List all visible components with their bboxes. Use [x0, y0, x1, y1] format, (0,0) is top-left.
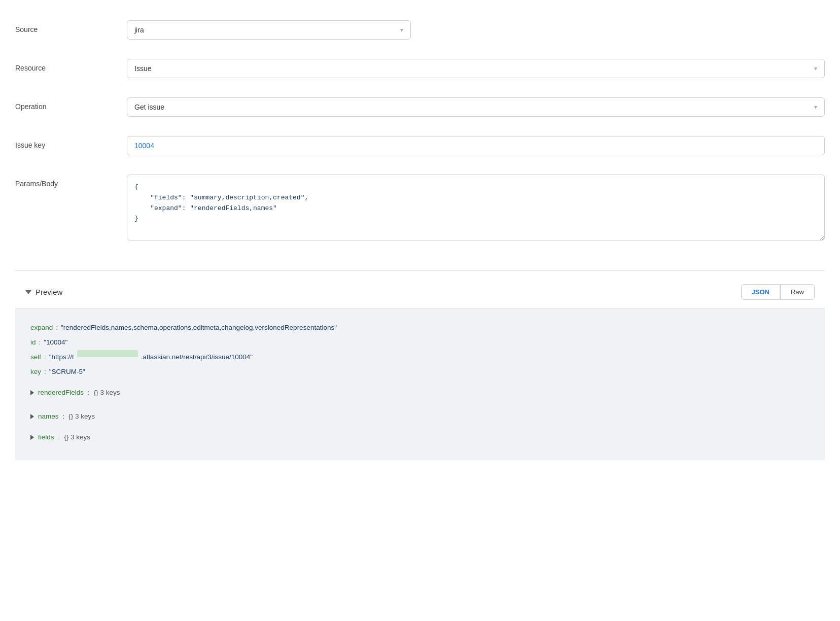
operation-select[interactable]: Get issue ▾	[127, 97, 825, 117]
preview-collapse-icon[interactable]	[25, 290, 31, 294]
preview-expand-line: expand : "renderedFields,names,schema,op…	[30, 321, 810, 334]
resource-control: Issue ▾	[127, 59, 825, 78]
preview-content: expand : "renderedFields,names,schema,op…	[15, 308, 825, 460]
self-key: self	[30, 350, 41, 364]
source-value: jira	[134, 26, 144, 34]
source-control: jira ▾	[127, 20, 825, 40]
names-meta: {} 3 keys	[68, 409, 95, 423]
source-select[interactable]: jira ▾	[127, 20, 411, 40]
raw-button[interactable]: Raw	[780, 284, 815, 300]
params-body-input[interactable]: { "fields": "summary,description,created…	[127, 175, 825, 240]
fields-key: fields	[38, 430, 54, 444]
params-body-control: { "fields": "summary,description,created…	[127, 175, 825, 242]
preview-self-line: self : "https://t .atlassian.net/rest/ap…	[30, 350, 810, 364]
rendered-fields-key: renderedFields	[38, 386, 84, 399]
rendered-fields-row: renderedFields : {} 3 keys	[30, 380, 810, 403]
names-key: names	[38, 409, 59, 423]
operation-chevron-icon: ▾	[814, 104, 817, 111]
self-value-prefix: "https://t	[49, 350, 74, 364]
params-body-label: Params/Body	[15, 175, 127, 188]
issue-key-control	[127, 136, 825, 155]
rendered-fields-expandable[interactable]: renderedFields : {} 3 keys	[30, 386, 810, 399]
fields-expandable[interactable]: fields : {} 3 keys	[30, 430, 810, 444]
key-key: key	[30, 365, 41, 378]
issue-key-row: Issue key	[15, 131, 825, 160]
preview-title: Preview	[36, 288, 62, 296]
format-buttons: JSON Raw	[741, 284, 815, 300]
resource-select[interactable]: Issue ▾	[127, 59, 825, 78]
operation-row: Operation Get issue ▾	[15, 92, 825, 122]
resource-row: Resource Issue ▾	[15, 54, 825, 83]
names-arrow-icon[interactable]	[30, 414, 34, 419]
resource-label: Resource	[15, 59, 127, 72]
params-body-row: Params/Body { "fields": "summary,descrip…	[15, 169, 825, 247]
main-container: Source jira ▾ Resource Issue ▾ Operation	[0, 0, 840, 470]
source-label: Source	[15, 20, 127, 33]
fields-arrow-icon[interactable]	[30, 435, 34, 440]
json-button[interactable]: JSON	[741, 284, 780, 300]
names-row: names : {} 3 keys	[30, 403, 810, 427]
fields-meta: {} 3 keys	[64, 430, 90, 444]
expand-key: expand	[30, 321, 53, 334]
preview-header: Preview JSON Raw	[15, 276, 825, 308]
self-value-blurred	[77, 350, 138, 357]
key-value: "SCRUM-5"	[49, 365, 85, 378]
fields-row: fields : {} 3 keys	[30, 427, 810, 448]
resource-chevron-icon: ▾	[814, 65, 817, 72]
id-value: "10004"	[44, 335, 67, 349]
self-value-suffix: .atlassian.net/rest/api/3/issue/10004"	[141, 350, 253, 364]
preview-key-line: key : "SCRUM-5"	[30, 365, 810, 378]
operation-control: Get issue ▾	[127, 97, 825, 117]
form-section: Source jira ▾ Resource Issue ▾ Operation	[15, 10, 825, 266]
operation-label: Operation	[15, 97, 127, 111]
preview-section: Preview JSON Raw expand : "renderedField…	[15, 276, 825, 460]
operation-value: Get issue	[134, 103, 164, 111]
issue-key-input[interactable]	[127, 136, 825, 155]
resource-value: Issue	[134, 64, 151, 73]
rendered-fields-arrow-icon[interactable]	[30, 390, 34, 395]
names-expandable[interactable]: names : {} 3 keys	[30, 409, 810, 423]
id-key: id	[30, 335, 36, 349]
expand-value: "renderedFields,names,schema,operations,…	[61, 321, 337, 334]
preview-title-row: Preview	[25, 288, 62, 296]
rendered-fields-meta: {} 3 keys	[94, 386, 120, 399]
preview-id-line: id : "10004"	[30, 335, 810, 349]
section-divider	[15, 270, 825, 271]
source-row: Source jira ▾	[15, 15, 825, 45]
source-chevron-icon: ▾	[400, 26, 403, 33]
issue-key-label: Issue key	[15, 136, 127, 149]
